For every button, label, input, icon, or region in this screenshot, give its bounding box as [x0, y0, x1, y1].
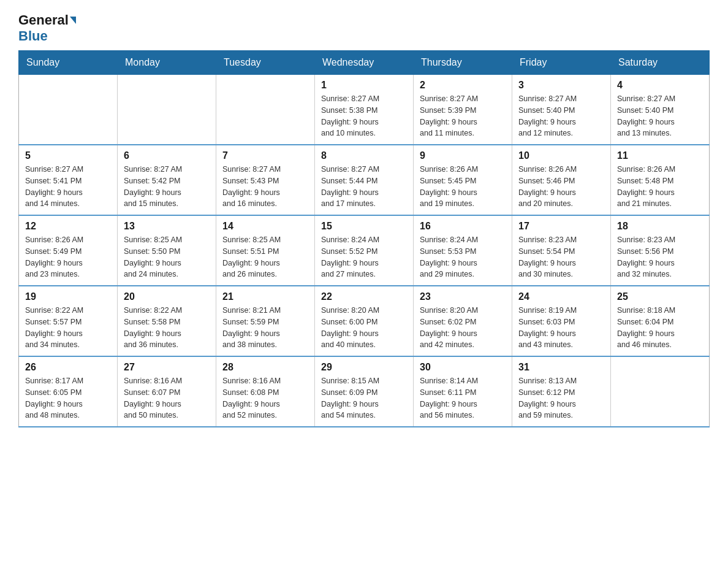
calendar-cell: [19, 75, 118, 145]
cell-info-text: Sunrise: 8:21 AMSunset: 5:59 PMDaylight:…: [222, 305, 308, 351]
calendar-week-row: 1Sunrise: 8:27 AMSunset: 5:38 PMDaylight…: [19, 75, 710, 145]
calendar-cell: 15Sunrise: 8:24 AMSunset: 5:52 PMDayligh…: [315, 215, 414, 286]
cell-date-number: 13: [124, 221, 210, 232]
cell-date-number: 20: [124, 291, 210, 302]
cell-info-text: Sunrise: 8:24 AMSunset: 5:53 PMDaylight:…: [420, 234, 506, 280]
calendar-cell: 10Sunrise: 8:26 AMSunset: 5:46 PMDayligh…: [512, 145, 611, 215]
logo-general-text: General: [18, 12, 69, 28]
cell-info-text: Sunrise: 8:20 AMSunset: 6:00 PMDaylight:…: [321, 305, 407, 351]
cell-info-text: Sunrise: 8:19 AMSunset: 6:03 PMDaylight:…: [518, 305, 604, 351]
cell-info-text: Sunrise: 8:27 AMSunset: 5:44 PMDaylight:…: [321, 164, 407, 210]
cell-date-number: 8: [321, 150, 407, 161]
weekday-header-sunday: Sunday: [19, 51, 118, 75]
calendar-cell: 17Sunrise: 8:23 AMSunset: 5:54 PMDayligh…: [512, 215, 611, 286]
calendar-cell: 31Sunrise: 8:13 AMSunset: 6:12 PMDayligh…: [512, 356, 611, 427]
calendar-cell: 14Sunrise: 8:25 AMSunset: 5:51 PMDayligh…: [216, 215, 315, 286]
calendar-cell: 4Sunrise: 8:27 AMSunset: 5:40 PMDaylight…: [611, 75, 710, 145]
calendar-cell: 27Sunrise: 8:16 AMSunset: 6:07 PMDayligh…: [118, 356, 216, 427]
calendar-cell: 23Sunrise: 8:20 AMSunset: 6:02 PMDayligh…: [414, 286, 512, 356]
cell-date-number: 30: [420, 362, 506, 373]
cell-date-number: 6: [124, 150, 210, 161]
cell-date-number: 4: [617, 80, 703, 91]
calendar-cell: 29Sunrise: 8:15 AMSunset: 6:09 PMDayligh…: [315, 356, 414, 427]
cell-info-text: Sunrise: 8:26 AMSunset: 5:49 PMDaylight:…: [25, 234, 111, 280]
cell-info-text: Sunrise: 8:20 AMSunset: 6:02 PMDaylight:…: [420, 305, 506, 351]
cell-date-number: 19: [25, 291, 111, 302]
calendar-week-row: 12Sunrise: 8:26 AMSunset: 5:49 PMDayligh…: [19, 215, 710, 286]
cell-info-text: Sunrise: 8:27 AMSunset: 5:41 PMDaylight:…: [25, 164, 111, 210]
cell-info-text: Sunrise: 8:27 AMSunset: 5:39 PMDaylight:…: [420, 93, 506, 139]
calendar-cell: 13Sunrise: 8:25 AMSunset: 5:50 PMDayligh…: [118, 215, 216, 286]
cell-date-number: 17: [518, 221, 604, 232]
calendar-week-row: 19Sunrise: 8:22 AMSunset: 5:57 PMDayligh…: [19, 286, 710, 356]
cell-info-text: Sunrise: 8:26 AMSunset: 5:45 PMDaylight:…: [420, 164, 506, 210]
cell-date-number: 1: [321, 80, 407, 91]
logo: General Blue: [18, 12, 77, 44]
logo-arrow-icon: [70, 17, 76, 24]
calendar-week-row: 5Sunrise: 8:27 AMSunset: 5:41 PMDaylight…: [19, 145, 710, 215]
cell-info-text: Sunrise: 8:23 AMSunset: 5:54 PMDaylight:…: [518, 234, 604, 280]
cell-date-number: 3: [518, 80, 604, 91]
cell-info-text: Sunrise: 8:18 AMSunset: 6:04 PMDaylight:…: [617, 305, 703, 351]
weekday-header-tuesday: Tuesday: [216, 51, 315, 75]
cell-info-text: Sunrise: 8:25 AMSunset: 5:51 PMDaylight:…: [222, 234, 308, 280]
calendar-cell: 30Sunrise: 8:14 AMSunset: 6:11 PMDayligh…: [414, 356, 512, 427]
cell-info-text: Sunrise: 8:27 AMSunset: 5:38 PMDaylight:…: [321, 93, 407, 139]
calendar-cell: 7Sunrise: 8:27 AMSunset: 5:43 PMDaylight…: [216, 145, 315, 215]
calendar-cell: 8Sunrise: 8:27 AMSunset: 5:44 PMDaylight…: [315, 145, 414, 215]
calendar-cell: 12Sunrise: 8:26 AMSunset: 5:49 PMDayligh…: [19, 215, 118, 286]
cell-date-number: 11: [617, 150, 703, 161]
calendar-cell: 9Sunrise: 8:26 AMSunset: 5:45 PMDaylight…: [414, 145, 512, 215]
calendar-cell: [216, 75, 315, 145]
cell-info-text: Sunrise: 8:26 AMSunset: 5:46 PMDaylight:…: [518, 164, 604, 210]
calendar-cell: 19Sunrise: 8:22 AMSunset: 5:57 PMDayligh…: [19, 286, 118, 356]
calendar-cell: 11Sunrise: 8:26 AMSunset: 5:48 PMDayligh…: [611, 145, 710, 215]
calendar-header-row: SundayMondayTuesdayWednesdayThursdayFrid…: [19, 51, 710, 75]
logo-blue-text: Blue: [18, 28, 48, 44]
cell-date-number: 28: [222, 362, 308, 373]
calendar-cell: 28Sunrise: 8:16 AMSunset: 6:08 PMDayligh…: [216, 356, 315, 427]
weekday-header-saturday: Saturday: [611, 51, 710, 75]
calendar-cell: 5Sunrise: 8:27 AMSunset: 5:41 PMDaylight…: [19, 145, 118, 215]
cell-info-text: Sunrise: 8:22 AMSunset: 5:57 PMDaylight:…: [25, 305, 111, 351]
cell-info-text: Sunrise: 8:22 AMSunset: 5:58 PMDaylight:…: [124, 305, 210, 351]
calendar-cell: 20Sunrise: 8:22 AMSunset: 5:58 PMDayligh…: [118, 286, 216, 356]
calendar-week-row: 26Sunrise: 8:17 AMSunset: 6:05 PMDayligh…: [19, 356, 710, 427]
cell-date-number: 21: [222, 291, 308, 302]
cell-date-number: 5: [25, 150, 111, 161]
weekday-header-thursday: Thursday: [414, 51, 512, 75]
calendar-cell: 26Sunrise: 8:17 AMSunset: 6:05 PMDayligh…: [19, 356, 118, 427]
calendar-cell: 22Sunrise: 8:20 AMSunset: 6:00 PMDayligh…: [315, 286, 414, 356]
cell-date-number: 7: [222, 150, 308, 161]
weekday-header-wednesday: Wednesday: [315, 51, 414, 75]
calendar-cell: 1Sunrise: 8:27 AMSunset: 5:38 PMDaylight…: [315, 75, 414, 145]
cell-date-number: 31: [518, 362, 604, 373]
cell-date-number: 14: [222, 221, 308, 232]
cell-date-number: 29: [321, 362, 407, 373]
cell-info-text: Sunrise: 8:27 AMSunset: 5:43 PMDaylight:…: [222, 164, 308, 210]
cell-info-text: Sunrise: 8:15 AMSunset: 6:09 PMDaylight:…: [321, 375, 407, 421]
cell-info-text: Sunrise: 8:27 AMSunset: 5:42 PMDaylight:…: [124, 164, 210, 210]
calendar-cell: 3Sunrise: 8:27 AMSunset: 5:40 PMDaylight…: [512, 75, 611, 145]
cell-date-number: 26: [25, 362, 111, 373]
cell-info-text: Sunrise: 8:16 AMSunset: 6:08 PMDaylight:…: [222, 375, 308, 421]
cell-date-number: 24: [518, 291, 604, 302]
calendar-table: SundayMondayTuesdayWednesdayThursdayFrid…: [18, 50, 710, 427]
page-header: General Blue: [18, 12, 710, 44]
cell-date-number: 18: [617, 221, 703, 232]
cell-info-text: Sunrise: 8:17 AMSunset: 6:05 PMDaylight:…: [25, 375, 111, 421]
calendar-cell: [611, 356, 710, 427]
cell-info-text: Sunrise: 8:13 AMSunset: 6:12 PMDaylight:…: [518, 375, 604, 421]
calendar-cell: 24Sunrise: 8:19 AMSunset: 6:03 PMDayligh…: [512, 286, 611, 356]
cell-info-text: Sunrise: 8:27 AMSunset: 5:40 PMDaylight:…: [518, 93, 604, 139]
calendar-cell: [118, 75, 216, 145]
weekday-header-friday: Friday: [512, 51, 611, 75]
calendar-cell: 2Sunrise: 8:27 AMSunset: 5:39 PMDaylight…: [414, 75, 512, 145]
weekday-header-monday: Monday: [118, 51, 216, 75]
cell-info-text: Sunrise: 8:27 AMSunset: 5:40 PMDaylight:…: [617, 93, 703, 139]
cell-info-text: Sunrise: 8:25 AMSunset: 5:50 PMDaylight:…: [124, 234, 210, 280]
cell-info-text: Sunrise: 8:26 AMSunset: 5:48 PMDaylight:…: [617, 164, 703, 210]
cell-info-text: Sunrise: 8:14 AMSunset: 6:11 PMDaylight:…: [420, 375, 506, 421]
calendar-cell: 16Sunrise: 8:24 AMSunset: 5:53 PMDayligh…: [414, 215, 512, 286]
cell-date-number: 15: [321, 221, 407, 232]
